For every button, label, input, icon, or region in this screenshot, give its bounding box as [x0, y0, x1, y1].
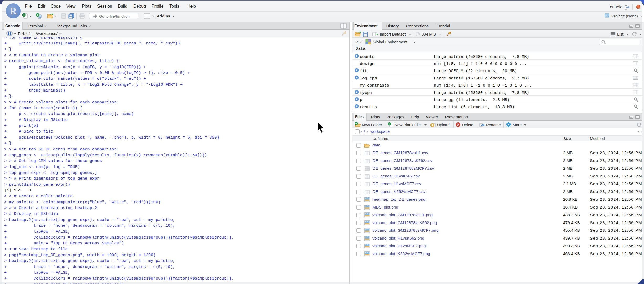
- svg-text:R: R: [606, 14, 609, 17]
- svg-text:R: R: [8, 31, 11, 36]
